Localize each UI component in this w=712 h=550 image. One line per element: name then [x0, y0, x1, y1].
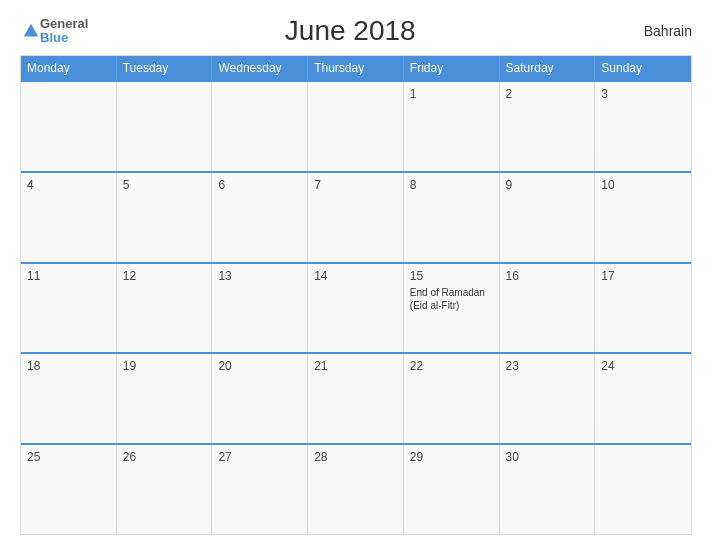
- day-of-week-saturday: Saturday: [500, 56, 596, 80]
- day-number: 11: [27, 269, 110, 283]
- cal-cell: 30: [500, 445, 596, 534]
- cal-cell: 13: [212, 264, 308, 353]
- cal-cell: 1: [404, 82, 500, 171]
- cal-cell: 5: [117, 173, 213, 262]
- calendar-body: 123456789101112131415End of Ramadan (Eid…: [21, 80, 691, 534]
- logo-icon: [22, 22, 40, 40]
- day-number: 18: [27, 359, 110, 373]
- month-title: June 2018: [88, 15, 612, 47]
- day-number: 6: [218, 178, 301, 192]
- cal-cell: 21: [308, 354, 404, 443]
- day-number: 9: [506, 178, 589, 192]
- cal-cell: 28: [308, 445, 404, 534]
- week-row-5: 252627282930: [21, 443, 691, 534]
- day-number: 29: [410, 450, 493, 464]
- cal-cell: [595, 445, 691, 534]
- calendar-event: End of Ramadan (Eid al-Fitr): [410, 286, 493, 312]
- day-number: 2: [506, 87, 589, 101]
- logo-general-text: General: [40, 17, 88, 31]
- day-of-week-monday: Monday: [21, 56, 117, 80]
- cal-cell: 3: [595, 82, 691, 171]
- day-number: 19: [123, 359, 206, 373]
- logo-text: General Blue: [40, 17, 88, 46]
- day-number: 17: [601, 269, 685, 283]
- week-row-4: 18192021222324: [21, 352, 691, 443]
- day-number: 23: [506, 359, 589, 373]
- cal-cell: 29: [404, 445, 500, 534]
- day-number: 13: [218, 269, 301, 283]
- day-number: 14: [314, 269, 397, 283]
- day-of-week-thursday: Thursday: [308, 56, 404, 80]
- cal-cell: 25: [21, 445, 117, 534]
- cal-cell: 2: [500, 82, 596, 171]
- logo: General Blue: [20, 17, 88, 46]
- day-of-week-friday: Friday: [404, 56, 500, 80]
- cal-cell: [308, 82, 404, 171]
- day-number: 22: [410, 359, 493, 373]
- day-number: 26: [123, 450, 206, 464]
- week-row-3: 1112131415End of Ramadan (Eid al-Fitr)16…: [21, 262, 691, 353]
- day-of-week-sunday: Sunday: [595, 56, 691, 80]
- day-of-week-wednesday: Wednesday: [212, 56, 308, 80]
- header: General Blue June 2018 Bahrain: [20, 15, 692, 47]
- calendar-header: MondayTuesdayWednesdayThursdayFridaySatu…: [21, 56, 691, 80]
- cal-cell: 26: [117, 445, 213, 534]
- day-number: 12: [123, 269, 206, 283]
- country-label: Bahrain: [612, 23, 692, 39]
- week-row-2: 45678910: [21, 171, 691, 262]
- cal-cell: 8: [404, 173, 500, 262]
- cal-cell: 4: [21, 173, 117, 262]
- cal-cell: 17: [595, 264, 691, 353]
- day-number: 1: [410, 87, 493, 101]
- day-number: 10: [601, 178, 685, 192]
- calendar: MondayTuesdayWednesdayThursdayFridaySatu…: [20, 55, 692, 535]
- day-number: 4: [27, 178, 110, 192]
- cal-cell: 9: [500, 173, 596, 262]
- day-of-week-tuesday: Tuesday: [117, 56, 213, 80]
- day-number: 3: [601, 87, 685, 101]
- cal-cell: 12: [117, 264, 213, 353]
- day-number: 20: [218, 359, 301, 373]
- cal-cell: 23: [500, 354, 596, 443]
- cal-cell: 16: [500, 264, 596, 353]
- day-number: 30: [506, 450, 589, 464]
- cal-cell: [212, 82, 308, 171]
- cal-cell: 10: [595, 173, 691, 262]
- week-row-1: 123: [21, 80, 691, 171]
- cal-cell: [21, 82, 117, 171]
- cal-cell: 15End of Ramadan (Eid al-Fitr): [404, 264, 500, 353]
- cal-cell: 6: [212, 173, 308, 262]
- day-number: 5: [123, 178, 206, 192]
- cal-cell: 22: [404, 354, 500, 443]
- day-number: 27: [218, 450, 301, 464]
- svg-marker-0: [24, 24, 38, 37]
- day-number: 28: [314, 450, 397, 464]
- day-number: 8: [410, 178, 493, 192]
- cal-cell: 27: [212, 445, 308, 534]
- cal-cell: 14: [308, 264, 404, 353]
- cal-cell: 11: [21, 264, 117, 353]
- cal-cell: 20: [212, 354, 308, 443]
- cal-cell: 19: [117, 354, 213, 443]
- day-number: 15: [410, 269, 493, 283]
- day-number: 21: [314, 359, 397, 373]
- cal-cell: 7: [308, 173, 404, 262]
- day-number: 25: [27, 450, 110, 464]
- day-number: 24: [601, 359, 685, 373]
- cal-cell: 24: [595, 354, 691, 443]
- page: General Blue June 2018 Bahrain MondayTue…: [0, 0, 712, 550]
- cal-cell: [117, 82, 213, 171]
- day-number: 7: [314, 178, 397, 192]
- logo-blue-text: Blue: [40, 31, 88, 45]
- cal-cell: 18: [21, 354, 117, 443]
- day-number: 16: [506, 269, 589, 283]
